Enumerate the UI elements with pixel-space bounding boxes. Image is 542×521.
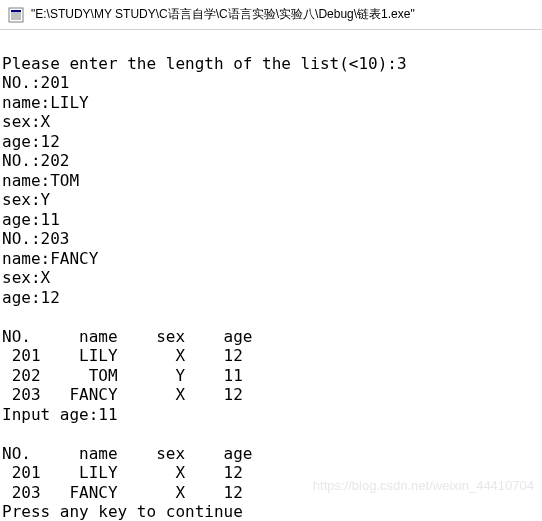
entry-sex: sex:Y bbox=[2, 190, 50, 209]
entry-sex: sex:X bbox=[2, 268, 50, 287]
entry-no: NO.:202 bbox=[2, 151, 69, 170]
table-row: 203 FANCY X 12 bbox=[2, 385, 243, 404]
table-row: 201 LILY X 12 bbox=[2, 346, 243, 365]
entry-name: name:TOM bbox=[2, 171, 79, 190]
svg-rect-2 bbox=[11, 10, 21, 12]
entry-name: name:LILY bbox=[2, 93, 89, 112]
input-age: Input age:11 bbox=[2, 405, 118, 424]
entry-age: age:12 bbox=[2, 132, 60, 151]
entry-age: age:11 bbox=[2, 210, 60, 229]
press-key: Press any key to continue bbox=[2, 502, 243, 521]
table-header: NO. name sex age bbox=[2, 444, 252, 463]
table-row: 201 LILY X 12 bbox=[2, 463, 243, 482]
console-output: Please enter the length of the list(<10)… bbox=[0, 30, 542, 521]
entry-name: name:FANCY bbox=[2, 249, 98, 268]
table-row: 202 TOM Y 11 bbox=[2, 366, 243, 385]
entry-sex: sex:X bbox=[2, 112, 50, 131]
entry-no: NO.:203 bbox=[2, 229, 69, 248]
table-row: 203 FANCY X 12 bbox=[2, 483, 243, 502]
entry-no: NO.:201 bbox=[2, 73, 69, 92]
table-header: NO. name sex age bbox=[2, 327, 252, 346]
window-title: "E:\STUDY\MY STUDY\C语言自学\C语言实验\实验八\Debug… bbox=[31, 6, 415, 23]
titlebar[interactable]: "E:\STUDY\MY STUDY\C语言自学\C语言实验\实验八\Debug… bbox=[0, 0, 542, 30]
prompt-length: Please enter the length of the list(<10)… bbox=[2, 54, 407, 73]
app-icon bbox=[8, 7, 24, 23]
entry-age: age:12 bbox=[2, 288, 60, 307]
